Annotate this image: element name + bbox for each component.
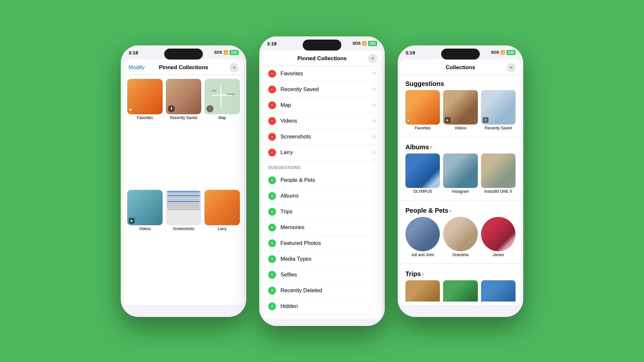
thumb-label-olympus: OLYMPUS (413, 189, 432, 194)
grid-item-recently-saved[interactable]: ⬇ Recently Saved (166, 79, 201, 187)
battery-icon-3: 100 (507, 50, 516, 55)
add-btn-albums[interactable]: + (268, 192, 276, 200)
remove-btn-videos[interactable]: − (268, 117, 276, 125)
save-overlay-icon: ⬇ (483, 117, 488, 123)
drag-handle-videos[interactable]: ≡ (373, 118, 376, 124)
thumb-instagram[interactable]: Instagram (443, 153, 478, 194)
list-text-recently-saved: Recently Saved (280, 86, 373, 93)
thumb-juli-john[interactable]: Juli and John (405, 217, 440, 257)
pinned-collections-modal-1: Modify Pinned Collections × ♥ Favorites (123, 59, 244, 305)
list-item-videos[interactable]: − Videos ≡ (262, 113, 382, 129)
modal-header-3: Collections × (400, 59, 521, 75)
list-item-larry[interactable]: − Larry ≡ (262, 145, 382, 161)
list-text-larry: Larry (280, 149, 373, 156)
thumb-label-instagram: Instagram (452, 189, 469, 194)
albums-row: OLYMPUS Instagram Insta360 ONE X (400, 153, 521, 199)
list-item-trips[interactable]: + Trips (262, 204, 382, 220)
grid-label-recently-saved: Recently Saved (170, 116, 197, 120)
modal-title-3: Collections (446, 64, 475, 71)
list-text-hidden: Hidden (280, 303, 376, 310)
list-item-recently-saved[interactable]: − Recently Saved ≡ (262, 82, 382, 97)
grid-item-larry[interactable]: Larry (204, 190, 240, 298)
video-overlay-icon: ▶ (445, 117, 450, 123)
add-btn-memories[interactable]: + (268, 224, 276, 231)
add-btn-recently-deleted[interactable]: + (268, 287, 276, 294)
drag-handle-favorites[interactable]: ≡ (373, 71, 376, 77)
list-text-screenshots: Screenshots (280, 134, 373, 140)
status-time-1: 3:18 (128, 50, 138, 55)
list-item-favorites[interactable]: − Favorites ≡ (262, 66, 382, 82)
list-item-screenshots[interactable]: − Screenshots ≡ (262, 129, 382, 145)
sos-label-3: SOS (491, 50, 499, 55)
wifi-icon-2: 📶 (362, 41, 367, 46)
list-item-imports[interactable]: + Imports (262, 314, 382, 315)
list-item-featured[interactable]: + Featured Photos (262, 236, 382, 251)
list-item-recently-deleted[interactable]: + Recently Deleted (262, 283, 382, 299)
list-text-trips: Trips (280, 209, 376, 215)
wifi-icon-1: 📶 (223, 50, 228, 55)
list-item-memories[interactable]: + Memories (262, 220, 382, 236)
sos-label-2: SOS (353, 41, 361, 46)
list-text-memories: Memories (280, 224, 376, 231)
albums-arrow-icon[interactable]: › (430, 144, 432, 150)
remove-btn-larry[interactable]: − (268, 149, 276, 156)
people-pets-arrow-icon[interactable]: › (450, 208, 451, 213)
grid-label-favorites: Favorites (137, 116, 153, 120)
thumb-trip-3[interactable] (481, 280, 516, 301)
add-btn-people-pets[interactable]: + (268, 176, 276, 184)
drag-handle-map[interactable]: ≡ (373, 102, 376, 108)
add-btn-selfies[interactable]: + (268, 271, 276, 279)
list-item-map[interactable]: − Map ≡ (262, 97, 382, 113)
add-btn-media-types[interactable]: + (268, 255, 276, 263)
thumb-videos[interactable]: ▶ Videos (443, 90, 478, 130)
drag-handle-screenshots[interactable]: ≡ (373, 134, 376, 140)
suggestions-header: SUGGESTIONS (262, 161, 382, 172)
thumb-james[interactable]: James (481, 217, 516, 257)
drag-handle-larry[interactable]: ≡ (373, 150, 376, 155)
collections-content: Suggestions ♥ Favorites ▶ (400, 75, 521, 302)
grid-item-screenshots[interactable]: Screenshots (166, 190, 201, 298)
heart-overlay-icon: ♥ (407, 118, 409, 123)
close-button-3[interactable]: × (507, 63, 516, 72)
thumb-grandma[interactable]: Grandma (443, 217, 478, 257)
list-modal-2: − Favorites ≡ − Recently Saved ≡ − Map ≡… (262, 66, 382, 315)
divider-2 (400, 200, 521, 200)
thumb-recently-saved[interactable]: ⬇ Recently Saved (481, 90, 516, 130)
thumb-trip-2[interactable] (443, 280, 478, 301)
add-btn-featured[interactable]: + (268, 239, 276, 247)
thumb-label-recently-saved: Recently Saved (485, 126, 512, 130)
remove-btn-recently-saved[interactable]: − (268, 86, 276, 93)
trips-section-header: Trips › (400, 265, 521, 280)
list-item-hidden[interactable]: + Hidden (262, 299, 382, 314)
list-item-people-pets[interactable]: + People & Pets (262, 172, 382, 188)
people-pets-title: People & Pets (405, 207, 448, 214)
status-time-3: 3:19 (405, 50, 415, 55)
thumb-favorites[interactable]: ♥ Favorites (405, 90, 440, 130)
list-item-selfies[interactable]: + Selfies (262, 267, 382, 283)
suggestions-section-header: Suggestions (400, 75, 521, 90)
list-item-media-types[interactable]: + Media Types (262, 251, 382, 267)
grid-item-videos[interactable]: ▶ Videos (127, 190, 163, 298)
list-text-map: Map (280, 102, 373, 108)
map-pin-icon: 📍 (206, 105, 213, 112)
close-button-1[interactable]: × (230, 63, 239, 72)
remove-btn-favorites[interactable]: − (268, 70, 276, 78)
close-button-2[interactable]: × (368, 54, 377, 63)
grid-item-map[interactable]: Cary Raleigh 📍 Map (204, 79, 240, 187)
modify-button[interactable]: Modify (128, 64, 145, 71)
albums-title: Albums (405, 144, 429, 151)
thumb-trip-1[interactable] (405, 280, 440, 301)
add-btn-hidden[interactable]: + (268, 302, 276, 310)
drag-handle-recently-saved[interactable]: ≡ (373, 87, 376, 92)
trips-arrow-icon[interactable]: › (422, 272, 424, 277)
remove-btn-screenshots[interactable]: − (268, 133, 276, 141)
thumb-insta360[interactable]: Insta360 ONE X (481, 153, 516, 194)
remove-btn-map[interactable]: − (268, 101, 276, 109)
add-btn-trips[interactable]: + (268, 208, 276, 216)
grid-label-larry: Larry (218, 227, 226, 231)
thumb-olympus[interactable]: OLYMPUS (405, 153, 440, 194)
list-text-albums: Albums (280, 193, 376, 199)
grid-item-favorites[interactable]: ♥ Favorites (127, 79, 163, 187)
dynamic-island-1 (164, 49, 203, 60)
list-item-albums[interactable]: + Albums (262, 188, 382, 204)
